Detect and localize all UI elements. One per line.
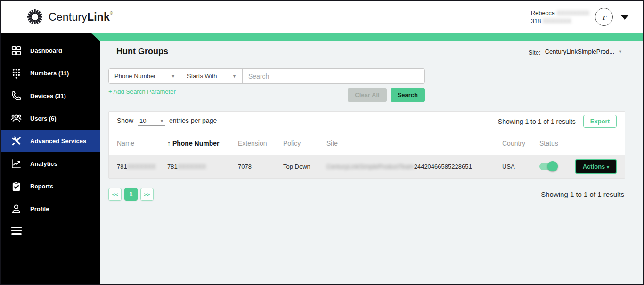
cell-phone-number: 781XXXXXXX	[167, 163, 238, 170]
table-header-row: Name ↑ Phone Number Extension Policy Sit…	[109, 131, 625, 155]
user-account-area: Rebecca XXXXXXXX 318 XXXXXXX r	[531, 8, 629, 26]
user-phone-redacted: XXXXXXX	[543, 17, 571, 24]
cell-actions: Actions ▾	[572, 159, 617, 174]
pagination-last-button[interactable]: >>	[140, 188, 154, 201]
toggle-knob	[547, 161, 558, 171]
column-header-country[interactable]: Country	[502, 139, 539, 147]
page-size-dropdown[interactable]: 10 ▼	[138, 117, 165, 126]
user-name: Rebecca	[531, 9, 555, 16]
sidebar-item-analytics[interactable]: Analytics	[1, 152, 100, 175]
search-input[interactable]	[243, 69, 424, 83]
sidebar-item-profile[interactable]: Profile	[1, 197, 100, 220]
column-header-extension[interactable]: Extension	[238, 139, 283, 147]
sidebar-item-label: Profile	[30, 205, 49, 212]
export-button[interactable]: Export	[583, 115, 617, 128]
user-phone: 318	[531, 17, 541, 24]
status-toggle[interactable]	[539, 163, 556, 170]
centurylink-burst-icon	[26, 8, 44, 26]
app-window: CenturyLink® Rebecca XXXXXXXX 318 XXXXXX…	[0, 0, 644, 285]
avatar[interactable]: r	[595, 8, 613, 26]
pagination: << 1 >>	[108, 188, 154, 201]
column-header-policy[interactable]: Policy	[283, 139, 326, 147]
sidebar-item-dashboard[interactable]: Dashboard	[1, 39, 100, 62]
cell-policy: Top Down	[283, 163, 326, 170]
page-title: Hunt Groups	[116, 47, 168, 57]
chevron-down-icon: ▼	[171, 74, 175, 79]
column-header-name[interactable]: Name	[117, 139, 167, 147]
sidebar-item-label: Reports	[30, 183, 53, 190]
pagination-first-button[interactable]: <<	[108, 188, 122, 201]
site-label: Site:	[529, 49, 541, 56]
results-summary-bottom: Showing 1 to 1 of 1 results	[541, 190, 624, 198]
sidebar-item-label: Analytics	[30, 160, 57, 167]
sidebar-item-devices[interactable]: Devices (31)	[1, 84, 100, 107]
sidebar-item-label: Numbers (11)	[30, 70, 69, 77]
account-menu-caret-icon[interactable]	[620, 15, 629, 20]
actions-button[interactable]: Actions ▾	[575, 159, 617, 174]
top-header: CenturyLink® Rebecca XXXXXXXX 318 XXXXXX…	[1, 1, 643, 33]
add-search-parameter-link[interactable]: + Add Search Parameter	[108, 88, 176, 95]
site-selector: Site: CenturyLinkSimpleProd... ▼	[529, 48, 624, 57]
sidebar-nav: Dashboard Numbers (11) Devices (31)	[1, 33, 100, 284]
cell-extension: 7078	[238, 163, 283, 170]
menu-collapse-icon[interactable]	[11, 227, 100, 235]
chevron-down-icon: ▾	[607, 164, 609, 170]
chevron-down-icon: ▼	[160, 119, 164, 123]
filter-operator-dropdown[interactable]: Starts With ▼	[181, 69, 243, 83]
column-header-phone-number[interactable]: ↑ Phone Number	[167, 139, 238, 147]
sidebar-item-users[interactable]: Users (6)	[1, 107, 100, 130]
results-summary: Showing 1 to 1 of 1 results	[498, 118, 576, 125]
entries-label: entries per page	[169, 117, 217, 124]
sidebar-item-label: Dashboard	[30, 47, 62, 54]
centurylink-logo: CenturyLink®	[26, 8, 113, 26]
dashboard-grid-icon	[11, 45, 22, 56]
brand-name: CenturyLink®	[49, 11, 113, 24]
hunt-groups-table-card: Show 10 ▼ entries per page Showing 1 to …	[108, 111, 625, 179]
sidebar-item-label: Advanced Services	[30, 138, 86, 145]
chevron-down-icon: ▼	[618, 49, 622, 54]
cell-country: USA	[502, 163, 539, 170]
sidebar-item-advanced-services[interactable]: Advanced Services	[1, 130, 100, 152]
main-content: Hunt Groups Site: CenturyLinkSimpleProd.…	[100, 41, 643, 284]
sidebar-item-numbers[interactable]: Numbers (11)	[1, 62, 100, 84]
pagination-page-1-button[interactable]: 1	[124, 188, 138, 201]
clear-all-button[interactable]: Clear All	[348, 88, 386, 102]
show-label: Show	[117, 117, 133, 124]
sort-ascending-icon: ↑	[167, 139, 171, 147]
cell-site: CenturyLinkSimpleProductTeam244204665852…	[326, 163, 502, 170]
tools-icon	[11, 136, 22, 147]
search-filter-bar: Phone Number ▼ Starts With ▼	[108, 68, 425, 84]
search-button[interactable]: Search	[391, 88, 425, 102]
user-name-redacted: XXXXXXXX	[557, 9, 589, 16]
site-dropdown[interactable]: CenturyLinkSimpleProd... ▼	[544, 48, 624, 57]
sidebar-item-label: Devices (31)	[30, 92, 66, 99]
analytics-icon	[11, 158, 22, 169]
table-row: 781XXXXXXX 781XXXXXXX 7078 Top Down Cent…	[109, 155, 625, 178]
column-header-status[interactable]: Status	[539, 139, 572, 147]
chevron-down-icon: ▼	[232, 74, 236, 79]
person-icon	[11, 204, 22, 214]
phone-icon	[11, 90, 22, 101]
users-icon	[11, 113, 22, 124]
user-info: Rebecca XXXXXXXX 318 XXXXXXX	[531, 9, 589, 25]
column-header-site[interactable]: Site	[326, 139, 502, 147]
dialpad-icon	[11, 68, 22, 79]
sidebar-item-reports[interactable]: Reports	[1, 175, 100, 197]
cell-status	[539, 163, 572, 170]
page-size-control: Show 10 ▼ entries per page	[117, 117, 217, 126]
clipboard-check-icon	[11, 181, 22, 192]
cell-name: 781XXXXXXX	[117, 163, 167, 170]
filter-field-dropdown[interactable]: Phone Number ▼	[109, 69, 181, 83]
accent-bar	[100, 33, 643, 41]
sidebar-item-label: Users (6)	[30, 115, 57, 122]
